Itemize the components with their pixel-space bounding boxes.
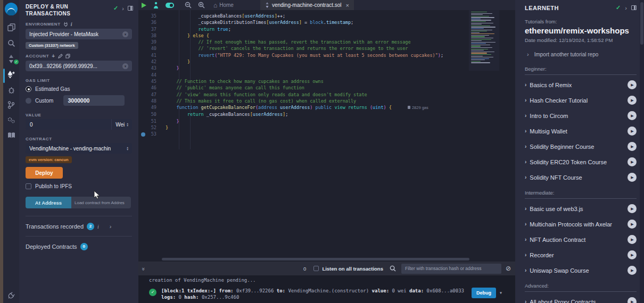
code-line[interactable]: 35 _cupcakeBalances[userAddress]++; — [138, 13, 515, 19]
tab-home[interactable]: ⌂ Home — [208, 0, 239, 10]
value-input[interactable] — [26, 122, 111, 128]
deploy-button[interactable]: Deploy — [26, 167, 63, 179]
learneth-book-icon[interactable] — [3, 132, 19, 139]
estimated-gas-radio[interactable] — [26, 86, 31, 92]
play-tutorial-icon[interactable]: ▶ — [628, 266, 637, 275]
import-repo-row[interactable]: › Import another tutorial repo — [525, 51, 634, 57]
transactions-expand-icon[interactable]: › — [110, 223, 112, 230]
terminal-filter-input[interactable] — [401, 264, 501, 274]
minimap[interactable] — [469, 10, 499, 71]
tutorial-item[interactable]: ›Multisig Wallet▶ — [525, 123, 637, 139]
play-tutorial-icon[interactable]: ▶ — [628, 220, 637, 229]
tutorial-item[interactable]: ›Hash Checker Tutorial▶ — [525, 92, 637, 108]
transactions-recorded-row[interactable]: Transactions recorded 2 i › — [26, 216, 132, 236]
terminal-collapse-icon[interactable]: » — [141, 267, 147, 270]
add-account-icon[interactable]: + — [52, 53, 55, 59]
clear-terminal-icon[interactable]: ⊘ — [506, 265, 511, 272]
play-tutorial-icon[interactable]: ▶ — [628, 96, 637, 105]
search-icon[interactable] — [3, 39, 19, 47]
horizontal-scrollbar[interactable] — [162, 258, 469, 260]
zoom-out-icon[interactable] — [181, 0, 195, 10]
code-line[interactable]: 42 } — [138, 58, 515, 65]
tutorial-item[interactable]: ›All about Proxy Contracts▶ — [525, 294, 637, 303]
tab-active-file[interactable]: vending-machine-contract.sol × — [260, 0, 354, 10]
value-unit-select[interactable]: Wei ▴▾ — [111, 119, 132, 130]
code-line[interactable]: 49 function getCupcakeBalanceFor(address… — [138, 104, 515, 111]
play-tutorial-icon[interactable]: ▶ — [628, 157, 637, 166]
pencil-icon[interactable] — [58, 54, 63, 58]
tutorial-item[interactable]: ›Multichain Protocols with Axelar▶ — [525, 216, 637, 232]
at-address-input[interactable] — [71, 197, 131, 208]
code-line[interactable]: 44 — [138, 72, 515, 78]
code-line[interactable]: 37 return true; — [138, 26, 515, 32]
deploy-run-icon[interactable] — [3, 70, 19, 79]
copy-icon[interactable] — [65, 54, 70, 58]
unit-stepper-icon[interactable]: ▴▾ — [127, 122, 128, 127]
code-line[interactable]: 47 // 'view' means this function only re… — [138, 91, 515, 98]
git-icon[interactable] — [3, 101, 19, 109]
transactions-info-icon[interactable]: i — [97, 224, 99, 230]
tutorial-item[interactable]: ›Uniswap Swap Course▶ — [525, 263, 637, 278]
code-line[interactable]: 38 } else { — [138, 32, 515, 39]
plugin-manager-icon[interactable] — [3, 292, 19, 299]
custom-gas-input[interactable] — [63, 95, 125, 106]
play-tutorial-icon[interactable]: ▶ — [628, 127, 637, 136]
code-line[interactable]: 45 // Function to check how many cupcake… — [138, 78, 515, 85]
environment-select[interactable]: Injected Provider - MetaMask ▾ — [26, 29, 132, 39]
account-select[interactable]: 0xf39...92266 (9999.99929... ▾ — [26, 61, 132, 71]
learneth-scrollbar[interactable] — [640, 0, 644, 303]
breakpoint-dot[interactable] — [141, 132, 145, 137]
play-tutorial-icon[interactable]: ▶ — [628, 173, 637, 182]
play-tutorial-icon[interactable]: ▶ — [628, 111, 637, 120]
panel-layout-icon[interactable] — [128, 6, 133, 11]
code-line[interactable]: 39 // If not enough time has passed, rev… — [138, 39, 515, 45]
play-tutorial-icon[interactable]: ▶ — [628, 250, 637, 259]
plug-icon[interactable] — [63, 22, 68, 27]
panel-collapse-icon[interactable]: › — [122, 5, 124, 12]
code-line[interactable]: 51 } — [138, 118, 515, 124]
tutorial-item[interactable]: ›Intro to Circom▶ — [525, 108, 637, 123]
tutorial-item[interactable]: ›Basics of Remix▶ — [525, 77, 637, 92]
play-tutorial-icon[interactable]: ▶ — [628, 235, 637, 244]
solidity-compiler-icon[interactable]: ✓ — [3, 55, 19, 63]
debugger-icon[interactable] — [3, 86, 19, 94]
code-line[interactable]: 36 _cupcakeDistributionTimes[userAddress… — [138, 19, 515, 26]
debug-button[interactable]: Debug — [472, 288, 496, 298]
code-editor[interactable]: 35 _cupcakeBalances[userAddress]++;36 _c… — [138, 10, 515, 262]
file-explorer-icon[interactable] — [3, 23, 19, 31]
plugins-settings-icon[interactable] — [3, 116, 19, 124]
code-line[interactable]: 41 revert("HTTP 429: Too Many Cupcakes (… — [138, 52, 515, 58]
transaction-log-row[interactable]: ✓ [block:1 txIndex:-] from: 0xf39...9226… — [149, 288, 515, 300]
remix-logo-icon[interactable] — [3, 3, 19, 15]
expand-log-icon[interactable]: ▾ — [499, 290, 502, 296]
code-line[interactable]: 48 // This makes it free to call (no gas… — [138, 98, 515, 104]
code-line[interactable]: 46 // 'public' means anyone can call thi… — [138, 85, 515, 91]
code-line[interactable]: 43 } — [138, 65, 515, 71]
contract-select[interactable]: VendingMachine - vending-machin ▴▾ — [26, 143, 132, 154]
play-tutorial-icon[interactable]: ▶ — [628, 204, 637, 213]
tutorial-item[interactable]: ›Basic use of web3.js▶ — [525, 201, 637, 216]
code-line[interactable]: 52} — [138, 124, 515, 131]
code-line[interactable]: 40 // 'revert' cancels the transaction a… — [138, 45, 515, 52]
tutorial-item[interactable]: ›Solidity ERC20 Token Course▶ — [525, 154, 637, 170]
play-tutorial-icon[interactable]: ▶ — [628, 297, 637, 303]
zoom-in-icon[interactable] — [195, 0, 208, 10]
listen-checkbox[interactable] — [313, 266, 319, 271]
tutorial-item[interactable]: ›NFT Auction Contract▶ — [525, 232, 637, 247]
environment-info-icon[interactable]: i — [71, 21, 72, 27]
tutorial-item[interactable]: ›Recorder▶ — [525, 247, 637, 263]
code-line[interactable]: 53 — [138, 131, 515, 137]
publish-ipfs-checkbox[interactable] — [26, 183, 31, 189]
play-tutorial-icon[interactable]: ▶ — [628, 80, 637, 89]
play-tutorial-icon[interactable]: ▶ — [628, 142, 637, 151]
toggle-icon[interactable] — [162, 0, 177, 10]
at-address-button[interactable]: At Address — [26, 197, 71, 208]
learneth-collapse-icon[interactable]: › — [625, 5, 627, 11]
tutorial-item[interactable]: ›Solidity NFT Course▶ — [525, 170, 637, 185]
close-tab-icon[interactable]: × — [346, 2, 349, 9]
tutorial-item[interactable]: ›Solidity Beginner Course▶ — [525, 139, 637, 154]
run-script-icon[interactable] — [138, 0, 150, 10]
walkthrough-icon[interactable] — [150, 0, 162, 10]
custom-gas-radio[interactable] — [26, 98, 31, 104]
learneth-layout-icon[interactable] — [631, 5, 637, 10]
